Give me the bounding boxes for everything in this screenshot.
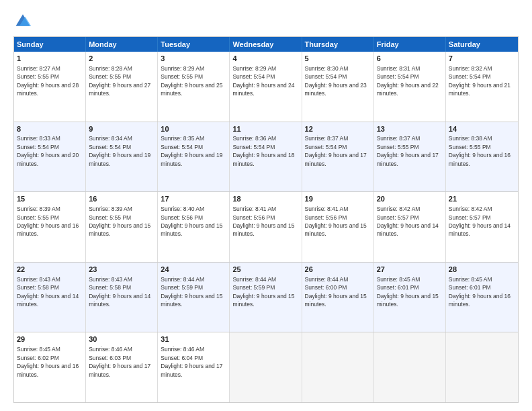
day-number: 5 [305, 54, 371, 64]
sunset-text: Sunset: 5:54 PM [305, 73, 347, 80]
sunrise-text: Sunrise: 8:45 AM [449, 276, 492, 283]
day-number: 13 [377, 124, 443, 134]
day-number: 16 [89, 194, 154, 204]
sunrise-text: Sunrise: 8:46 AM [89, 346, 132, 353]
daylight-text: Daylight: 9 hours and 24 minutes. [232, 82, 294, 97]
sunset-text: Sunset: 5:57 PM [449, 214, 491, 221]
day-number: 17 [161, 194, 226, 204]
sunrise-text: Sunrise: 8:44 AM [305, 276, 349, 283]
sunset-text: Sunset: 5:54 PM [161, 144, 203, 150]
sunset-text: Sunset: 5:54 PM [232, 144, 275, 150]
day-cell: 25 Sunrise: 8:44 AM Sunset: 5:59 PM Dayl… [230, 263, 302, 332]
daylight-text: Daylight: 9 hours and 17 minutes. [377, 152, 439, 167]
daylight-text: Daylight: 9 hours and 15 minutes. [305, 293, 367, 308]
header-day-sunday: Sunday [14, 37, 86, 52]
day-cell: 22 Sunrise: 8:43 AM Sunset: 5:58 PM Dayl… [14, 263, 86, 332]
header-day-friday: Friday [374, 37, 446, 52]
day-cell: 15 Sunrise: 8:39 AM Sunset: 5:55 PM Dayl… [14, 192, 86, 262]
day-cell: 16 Sunrise: 8:39 AM Sunset: 5:55 PM Dayl… [86, 192, 158, 262]
sunrise-text: Sunrise: 8:44 AM [161, 276, 204, 283]
daylight-text: Daylight: 9 hours and 14 minutes. [17, 293, 79, 308]
day-cell: 2 Sunrise: 8:28 AM Sunset: 5:55 PM Dayli… [86, 52, 158, 122]
sunrise-text: Sunrise: 8:32 AM [449, 65, 492, 72]
sunrise-text: Sunrise: 8:29 AM [161, 65, 204, 72]
day-cell: 17 Sunrise: 8:40 AM Sunset: 5:56 PM Dayl… [158, 192, 230, 262]
sunset-text: Sunset: 6:02 PM [17, 355, 59, 361]
daylight-text: Daylight: 9 hours and 17 minutes. [305, 152, 367, 167]
day-cell: 6 Sunrise: 8:31 AM Sunset: 5:54 PM Dayli… [374, 52, 446, 122]
page: SundayMondayTuesdayWednesdayThursdayFrid… [0, 0, 532, 411]
day-number: 30 [89, 334, 154, 345]
sunrise-text: Sunrise: 8:27 AM [17, 65, 60, 72]
day-number: 28 [449, 265, 515, 275]
day-number: 9 [89, 124, 154, 134]
calendar-row: 8 Sunrise: 8:33 AM Sunset: 5:54 PM Dayli… [14, 122, 518, 192]
sunset-text: Sunset: 5:59 PM [161, 284, 203, 291]
daylight-text: Daylight: 9 hours and 17 minutes. [161, 363, 222, 377]
day-cell: 14 Sunrise: 8:38 AM Sunset: 5:55 PM Dayl… [446, 122, 518, 192]
daylight-text: Daylight: 9 hours and 14 minutes. [89, 293, 150, 308]
sunset-text: Sunset: 5:56 PM [161, 214, 203, 221]
daylight-text: Daylight: 9 hours and 15 minutes. [161, 222, 222, 237]
daylight-text: Daylight: 9 hours and 28 minutes. [17, 82, 79, 97]
sunset-text: Sunset: 5:54 PM [89, 144, 131, 150]
day-number: 22 [17, 265, 83, 275]
sunset-text: Sunset: 5:54 PM [377, 73, 419, 80]
sunset-text: Sunset: 5:54 PM [17, 144, 59, 150]
daylight-text: Daylight: 9 hours and 17 minutes. [89, 363, 150, 377]
day-cell: 4 Sunrise: 8:29 AM Sunset: 5:54 PM Dayli… [230, 52, 302, 122]
sunrise-text: Sunrise: 8:29 AM [232, 65, 276, 72]
day-number: 11 [232, 124, 298, 134]
daylight-text: Daylight: 9 hours and 15 minutes. [305, 222, 367, 237]
calendar-header: SundayMondayTuesdayWednesdayThursdayFrid… [14, 37, 518, 52]
header-day-monday: Monday [86, 37, 158, 52]
calendar-row: 22 Sunrise: 8:43 AM Sunset: 5:58 PM Dayl… [14, 262, 518, 332]
day-number: 4 [232, 54, 298, 64]
daylight-text: Daylight: 9 hours and 19 minutes. [161, 152, 222, 167]
daylight-text: Daylight: 9 hours and 23 minutes. [305, 82, 367, 97]
day-number: 6 [377, 54, 443, 64]
day-cell: 21 Sunrise: 8:42 AM Sunset: 5:57 PM Dayl… [446, 192, 518, 262]
sunrise-text: Sunrise: 8:37 AM [377, 135, 420, 142]
day-cell: 27 Sunrise: 8:45 AM Sunset: 6:01 PM Dayl… [374, 263, 446, 332]
daylight-text: Daylight: 9 hours and 16 minutes. [17, 363, 79, 377]
day-cell: 29 Sunrise: 8:45 AM Sunset: 6:02 PM Dayl… [14, 332, 86, 402]
day-cell: 5 Sunrise: 8:30 AM Sunset: 5:54 PM Dayli… [302, 52, 374, 122]
daylight-text: Daylight: 9 hours and 19 minutes. [89, 152, 150, 167]
sunrise-text: Sunrise: 8:43 AM [17, 276, 60, 283]
day-number: 29 [17, 334, 83, 345]
daylight-text: Daylight: 9 hours and 16 minutes. [17, 222, 79, 237]
header-day-wednesday: Wednesday [230, 37, 302, 52]
day-cell: 1 Sunrise: 8:27 AM Sunset: 5:55 PM Dayli… [14, 52, 86, 122]
sunset-text: Sunset: 5:59 PM [232, 284, 275, 291]
sunset-text: Sunset: 5:54 PM [232, 73, 275, 80]
day-number: 3 [161, 54, 226, 64]
day-cell: 8 Sunrise: 8:33 AM Sunset: 5:54 PM Dayli… [14, 122, 86, 192]
daylight-text: Daylight: 9 hours and 18 minutes. [232, 152, 294, 167]
daylight-text: Daylight: 9 hours and 15 minutes. [232, 293, 294, 308]
day-cell: 7 Sunrise: 8:32 AM Sunset: 5:54 PM Dayli… [446, 52, 518, 122]
sunrise-text: Sunrise: 8:31 AM [377, 65, 420, 72]
daylight-text: Daylight: 9 hours and 27 minutes. [89, 82, 150, 97]
day-number: 15 [17, 194, 83, 204]
day-number: 10 [161, 124, 226, 134]
day-cell: 19 Sunrise: 8:41 AM Sunset: 5:56 PM Dayl… [302, 192, 374, 262]
sunset-text: Sunset: 5:55 PM [17, 214, 59, 221]
daylight-text: Daylight: 9 hours and 15 minutes. [377, 293, 439, 308]
sunset-text: Sunset: 5:54 PM [305, 144, 347, 150]
calendar: SundayMondayTuesdayWednesdayThursdayFrid… [13, 36, 519, 403]
day-cell: 11 Sunrise: 8:36 AM Sunset: 5:54 PM Dayl… [230, 122, 302, 192]
sunrise-text: Sunrise: 8:46 AM [161, 346, 204, 353]
sunrise-text: Sunrise: 8:39 AM [89, 205, 132, 212]
day-cell: 9 Sunrise: 8:34 AM Sunset: 5:54 PM Dayli… [86, 122, 158, 192]
sunrise-text: Sunrise: 8:35 AM [161, 135, 204, 142]
sunrise-text: Sunrise: 8:33 AM [17, 135, 60, 142]
sunset-text: Sunset: 5:55 PM [449, 144, 491, 150]
sunset-text: Sunset: 6:01 PM [449, 284, 491, 291]
sunrise-text: Sunrise: 8:45 AM [377, 276, 420, 283]
logo-icon [13, 11, 32, 30]
daylight-text: Daylight: 9 hours and 21 minutes. [449, 82, 511, 97]
day-number: 27 [377, 265, 443, 275]
day-number: 23 [89, 265, 154, 275]
sunset-text: Sunset: 6:01 PM [377, 284, 419, 291]
